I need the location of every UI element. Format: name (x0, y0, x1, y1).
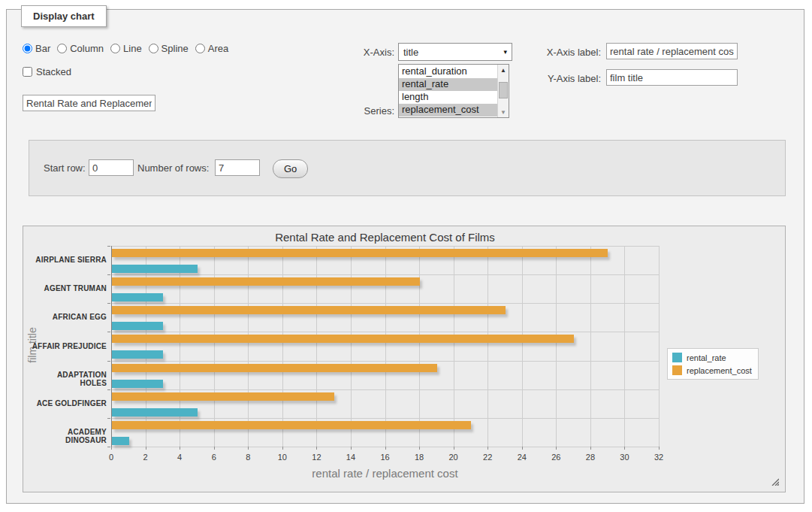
bar-rental_rate (112, 408, 198, 417)
area-radio[interactable] (195, 44, 205, 53)
gridline-vertical (385, 246, 386, 447)
category-label: ADAPTATION HOLES (30, 371, 107, 387)
column-radio[interactable] (57, 44, 67, 53)
bar-radio[interactable] (23, 44, 32, 53)
series-listbox[interactable]: rental_durationrental_ratelengthreplacem… (398, 64, 509, 118)
x-tick-label: 26 (545, 453, 567, 462)
y-axis-label-label: Y-Axis label: (530, 73, 601, 84)
display-chart-page: Display chart Bar Column Line Spline Are… (0, 0, 812, 512)
stacked-checkbox[interactable] (23, 67, 32, 77)
rental-rate-swatch-icon (672, 353, 682, 362)
bar-rental_rate (112, 322, 163, 330)
y-tick-mark (107, 246, 110, 247)
category-label: AFFAIR PREJUDICE (30, 342, 107, 350)
category-label: AFRICAN EGG (30, 313, 107, 321)
scrollbar-track[interactable] (498, 75, 509, 107)
gridline-vertical (214, 246, 215, 447)
series-option-rental_rate[interactable]: rental_rate (399, 78, 497, 91)
x-axis-select-label: X-Axis: (334, 47, 394, 58)
x-tick-label: 24 (511, 453, 533, 462)
x-tick-mark (488, 447, 488, 450)
gridline-vertical (419, 246, 420, 447)
number-of-rows-input[interactable] (215, 159, 260, 176)
y-axis-label-input[interactable] (606, 69, 738, 86)
x-tick-mark (590, 447, 591, 450)
category-label: ACADEMY DINOSAUR (30, 428, 107, 444)
resize-grip-icon[interactable] (770, 477, 779, 486)
x-tick-mark (385, 447, 386, 450)
go-button[interactable]: Go (273, 159, 308, 178)
bar-rental_rate (112, 380, 163, 388)
x-tick-label: 30 (613, 453, 635, 462)
x-tick-label: 8 (237, 453, 259, 462)
y-tick-mark (107, 389, 110, 390)
chart-container[interactable]: Rental Rate and Replacement Cost of Film… (23, 226, 786, 492)
y-tick-mark (107, 361, 110, 362)
x-axis-label-input[interactable] (606, 43, 738, 59)
spline-radio-label: Spline (161, 43, 189, 54)
y-tick-mark (107, 332, 110, 332)
category-label: ACE GOLDFINGER (30, 399, 107, 407)
area-radio-label: Area (208, 43, 228, 54)
scroll-down-icon[interactable]: ▼ (498, 107, 509, 117)
gridline-vertical (659, 246, 660, 447)
gridline-vertical (180, 246, 180, 447)
series-scrollbar[interactable]: ▲ ▼ (497, 65, 509, 117)
bar-replacement_cost (112, 335, 574, 343)
gridline-vertical (351, 246, 352, 447)
gridline-vertical (282, 246, 283, 447)
x-tick-label: 22 (476, 453, 499, 462)
x-tick-label: 12 (305, 453, 328, 462)
line-radio[interactable] (110, 44, 120, 53)
gridline-vertical (624, 246, 625, 447)
gridline-vertical (488, 246, 488, 447)
bar-replacement_cost (112, 364, 437, 372)
x-axis-label-label: X-Axis label: (530, 47, 601, 58)
series-option-length[interactable]: length (399, 91, 497, 104)
bar-radio-label: Bar (35, 43, 50, 54)
radio-option-line[interactable]: Line (110, 43, 142, 54)
legend-row-rental-rate: rental_rate (672, 353, 752, 362)
radio-option-area[interactable]: Area (195, 43, 228, 54)
x-tick-mark (214, 447, 215, 450)
radio-option-spline[interactable]: Spline (149, 43, 189, 54)
y-tick-mark (107, 274, 110, 275)
row-range-panel: Start row: Number of rows: Go (29, 140, 786, 196)
gridline-vertical (590, 246, 591, 447)
series-option-replacement_cost[interactable]: replacement_cost (399, 104, 497, 117)
x-axis-select[interactable]: title ▾ (398, 43, 512, 61)
x-tick-label: 6 (203, 453, 225, 462)
replacement-cost-swatch-icon (672, 365, 682, 375)
legend-label-rental-rate: rental_rate (687, 353, 726, 362)
bar-rental_rate (112, 293, 163, 301)
gridline-vertical (522, 246, 523, 447)
gridline-vertical (248, 246, 249, 447)
bar-replacement_cost (112, 277, 420, 286)
gridline-vertical (556, 246, 557, 447)
x-tick-mark (180, 447, 180, 450)
category-label: AGENT TRUMAN (30, 284, 107, 292)
bar-rental_rate (112, 265, 198, 273)
bar-replacement_cost (112, 249, 608, 257)
radio-option-column[interactable]: Column (57, 43, 104, 54)
scroll-up-icon[interactable]: ▲ (498, 65, 509, 75)
x-tick-mark (522, 447, 523, 450)
series-options: rental_durationrental_ratelengthreplacem… (399, 65, 497, 117)
spline-radio[interactable] (149, 44, 158, 53)
radio-option-bar[interactable]: Bar (23, 43, 50, 54)
chart-title-input[interactable] (23, 95, 155, 111)
legend-row-replacement-cost: replacement_cost (672, 365, 752, 375)
x-tick-label: 32 (647, 453, 670, 462)
category-label: AIRPLANE SIERRA (30, 256, 107, 264)
line-radio-label: Line (123, 43, 142, 54)
x-tick-label: 20 (442, 453, 465, 462)
bar-replacement_cost (112, 392, 334, 401)
series-option-rental_duration[interactable]: rental_duration (399, 65, 497, 78)
start-row-input[interactable] (89, 159, 134, 176)
scrollbar-thumb[interactable] (499, 82, 508, 98)
x-tick-label: 18 (408, 453, 430, 462)
chart-x-axis-title: rental rate / replacement cost (111, 467, 659, 480)
x-tick-mark (556, 447, 557, 450)
x-tick-mark (659, 447, 660, 450)
caret-down-icon: ▾ (503, 48, 507, 56)
